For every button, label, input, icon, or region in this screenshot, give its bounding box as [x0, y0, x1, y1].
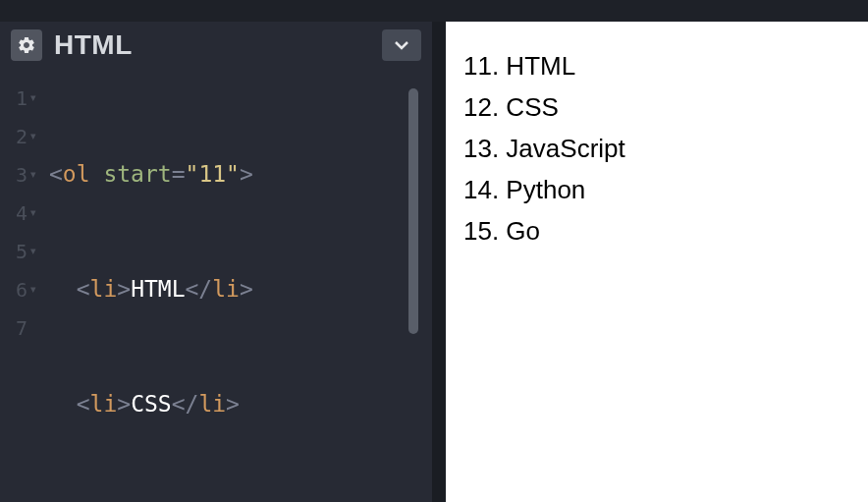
line-number: 1 [16, 86, 27, 110]
editor-body[interactable]: 1▾ 2▾ 3▾ 4▾ 5▾ 6▾ 7 <ol start="11"> <li>… [0, 69, 432, 502]
fold-marker-icon[interactable]: ▾ [30, 245, 39, 257]
list-item: 15. Go [463, 210, 850, 251]
panel-divider[interactable] [432, 22, 446, 502]
editor-header-left: HTML [11, 29, 133, 61]
line-number: 5 [16, 240, 27, 263]
settings-button[interactable] [11, 29, 42, 61]
line-number: 2 [16, 125, 27, 148]
main-container: HTML 1▾ 2▾ 3▾ 4▾ 5▾ 6▾ 7 <ol start="11">… [0, 22, 868, 502]
gutter-row: 5▾ [0, 232, 43, 270]
gutter-row: 4▾ [0, 194, 43, 232]
gutter-row: 2▾ [0, 117, 43, 155]
editor-panel: HTML 1▾ 2▾ 3▾ 4▾ 5▾ 6▾ 7 <ol start="11">… [0, 22, 432, 502]
list-item: 13. JavaScript [463, 128, 850, 169]
preview-panel: 11. HTML12. CSS13. JavaScript14. Python1… [446, 22, 868, 502]
fold-marker-icon [30, 322, 39, 334]
code-line: <li>CSS</li> [49, 385, 432, 423]
code-area[interactable]: <ol start="11"> <li>HTML</li> <li>CSS</l… [43, 77, 432, 502]
fold-marker-icon[interactable]: ▾ [30, 168, 39, 181]
code-line: <ol start="11"> [49, 155, 432, 194]
fold-marker-icon[interactable]: ▾ [30, 206, 39, 219]
code-line: <li>HTML</li> [49, 270, 432, 308]
line-number: 6 [16, 278, 27, 302]
list-item: 12. CSS [463, 86, 850, 128]
gutter-row: 6▾ [0, 270, 43, 308]
preview-list: 11. HTML12. CSS13. JavaScript14. Python1… [463, 45, 850, 251]
line-number: 7 [16, 316, 27, 340]
gutter-row: 1▾ [0, 79, 43, 117]
fold-marker-icon[interactable]: ▾ [30, 283, 39, 296]
collapse-button[interactable] [382, 29, 421, 61]
line-gutter: 1▾ 2▾ 3▾ 4▾ 5▾ 6▾ 7 [0, 77, 43, 502]
scrollbar[interactable] [408, 88, 418, 334]
gutter-row: 3▾ [0, 155, 43, 194]
line-number: 4 [16, 201, 27, 225]
list-item: 11. HTML [463, 45, 850, 86]
app-top-bar [0, 0, 868, 22]
line-number: 3 [16, 163, 27, 187]
list-item: 14. Python [463, 169, 850, 210]
gutter-row: 7 [0, 308, 43, 347]
editor-header: HTML [0, 22, 432, 69]
panel-title: HTML [54, 29, 133, 61]
fold-marker-icon[interactable]: ▾ [30, 91, 39, 104]
fold-marker-icon[interactable]: ▾ [30, 130, 39, 142]
chevron-down-icon [394, 40, 409, 50]
gear-icon [17, 35, 36, 55]
